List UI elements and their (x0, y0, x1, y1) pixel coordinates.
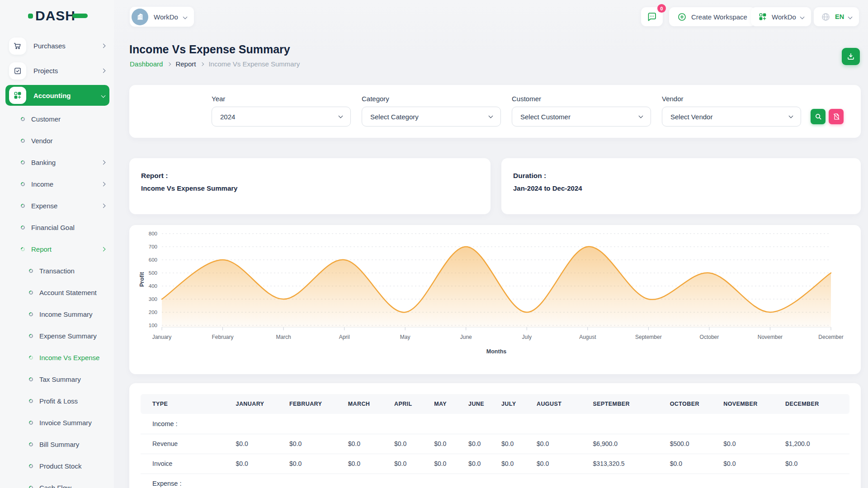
svg-text:April: April (339, 334, 350, 340)
chevron-right-icon (101, 69, 106, 73)
sidebar-item-report[interactable]: Report (5, 238, 109, 260)
filter-label: Year (212, 95, 351, 103)
chat-icon (646, 11, 657, 22)
bullet-icon (20, 203, 26, 209)
select-value: Select Vendor (670, 113, 712, 121)
filter-label: Category (362, 95, 501, 103)
bullet-icon (20, 225, 26, 230)
breadcrumb-report[interactable]: Report (175, 60, 196, 68)
sidebar-item-label: Banking (31, 159, 102, 166)
bullet-icon (28, 420, 34, 426)
sidebar-item-invoice-summary[interactable]: Invoice Summary (5, 412, 109, 433)
workspace-name: WorkDo (154, 13, 178, 21)
sidebar-item-cash-flow[interactable]: Cash Flow (5, 477, 109, 488)
create-workspace-button[interactable]: Create Workspace (669, 7, 755, 26)
logo-dot (28, 14, 33, 19)
svg-text:August: August (579, 334, 596, 340)
chevron-right-icon (101, 247, 106, 251)
sidebar-item-expense[interactable]: Expense (5, 195, 109, 216)
sidebar-item-account-statement[interactable]: Account Statement (5, 282, 109, 303)
svg-text:200: 200 (149, 310, 157, 315)
messages-button[interactable]: 0 (641, 7, 663, 26)
svg-text:February: February (212, 334, 234, 340)
svg-text:October: October (700, 334, 719, 340)
income-expense-table-card: TYPEJANUARYFEBRUARYMARCHAPRILMAYJUNEJULY… (129, 383, 861, 488)
grid-plus-icon (9, 87, 26, 104)
column-header-february: FEBRUARY (286, 394, 344, 414)
svg-text:July: July (522, 334, 532, 340)
sidebar-item-purchases[interactable]: Purchases (5, 33, 109, 58)
customer-select[interactable]: Select Customer (512, 107, 651, 127)
sidebar-menu: PurchasesProjectsAccounting CustomerVend… (5, 33, 109, 488)
sidebar-item-customer[interactable]: Customer (5, 108, 109, 130)
sidebar-item-transaction[interactable]: Transaction (5, 260, 109, 282)
chevron-down-icon (789, 114, 793, 118)
select-value: 2024 (220, 113, 235, 121)
sidebar-item-financial-goal[interactable]: Financial Goal (5, 216, 109, 238)
globe-icon (821, 12, 830, 22)
duration-card-value: Jan-2024 to Dec-2024 (513, 184, 849, 192)
svg-text:400: 400 (149, 283, 157, 289)
search-button[interactable] (811, 109, 826, 124)
chevron-down-icon (848, 14, 853, 19)
sidebar-item-tax-summary[interactable]: Tax Summary (5, 368, 109, 390)
sidebar-item-income[interactable]: Income (5, 173, 109, 195)
vendor-select[interactable]: Select Vendor (662, 107, 801, 127)
sidebar-item-income-vs-expense[interactable]: Income Vs Expense (5, 347, 109, 368)
bullet-icon (20, 116, 26, 122)
sidebar-item-banking[interactable]: Banking (5, 151, 109, 173)
bullet-icon (20, 246, 26, 252)
sidebar-item-income-summary[interactable]: Income Summary (5, 303, 109, 325)
sidebar-item-expense-summary[interactable]: Expense Summary (5, 325, 109, 347)
sidebar-item-product-stock[interactable]: Product Stock (5, 455, 109, 477)
table-row-invoice: Invoice$0.0$0.0$0.0$0.0$0.0$0.0$0.0$0.0$… (141, 454, 849, 474)
year-select[interactable]: 2024 (212, 107, 351, 127)
reset-filter-button[interactable] (829, 109, 844, 124)
sidebar-item-label: Income (31, 180, 102, 188)
sidebar-item-bill-summary[interactable]: Bill Summary (5, 433, 109, 455)
cart-icon (9, 38, 26, 55)
svg-text:100: 100 (149, 323, 157, 328)
column-header-april: APRIL (391, 394, 430, 414)
duration-info-card: Duration : Jan-2024 to Dec-2024 (501, 158, 861, 214)
sidebar-item-label: Invoice Summary (39, 419, 105, 427)
svg-text:January: January (152, 334, 172, 340)
column-header-december: DECEMBER (782, 394, 849, 414)
bullet-icon (28, 463, 34, 469)
duration-card-title: Duration : (513, 172, 849, 180)
column-header-january: JANUARY (232, 394, 286, 414)
search-icon (814, 113, 822, 121)
workdo-menu-button[interactable]: WorkDo (751, 7, 811, 26)
sidebar-item-label: Cash Flow (39, 484, 105, 488)
bullet-icon (28, 355, 34, 361)
table-row-revenue: Revenue$0.0$0.0$0.0$0.0$0.0$0.0$0.0$0.0$… (141, 434, 849, 454)
profit-area-chart: 100200300400500600700800JanuaryFebruaryM… (129, 225, 861, 376)
svg-text:600: 600 (149, 257, 157, 263)
download-icon (846, 52, 855, 61)
bullet-icon (28, 441, 34, 447)
filter-label: Customer (512, 95, 651, 103)
category-select[interactable]: Select Category (362, 107, 501, 127)
sidebar-item-label: Projects (33, 67, 102, 75)
bullet-icon (28, 376, 34, 382)
language-selector[interactable]: EN (814, 7, 859, 26)
workdo-menu-label: WorkDo (772, 13, 796, 21)
chevron-down-icon (339, 114, 343, 118)
sidebar-item-accounting[interactable]: Accounting (5, 85, 109, 106)
sidebar-item-label: Expense Summary (39, 332, 105, 340)
sidebar-item-label: Income Vs Expense (39, 354, 105, 361)
svg-text:March: March (276, 334, 291, 340)
breadcrumb-dashboard[interactable]: Dashboard (130, 60, 163, 68)
profit-chart-card: 100200300400500600700800JanuaryFebruaryM… (129, 225, 861, 374)
sidebar-item-profit-loss[interactable]: Profit & Loss (5, 390, 109, 412)
download-button[interactable] (842, 48, 860, 65)
chevron-right-icon (101, 182, 106, 186)
sidebar-item-vendor[interactable]: Vendor (5, 130, 109, 151)
sidebar-item-projects[interactable]: Projects (5, 58, 109, 83)
breadcrumb-current: Income Vs Expense Summary (208, 60, 300, 68)
bullet-icon (20, 160, 26, 165)
workspace-switcher[interactable]: WorkDo (130, 7, 194, 27)
logo[interactable]: DASH (28, 8, 88, 23)
logo-bar (72, 14, 88, 18)
grid-plus-icon (758, 12, 767, 21)
